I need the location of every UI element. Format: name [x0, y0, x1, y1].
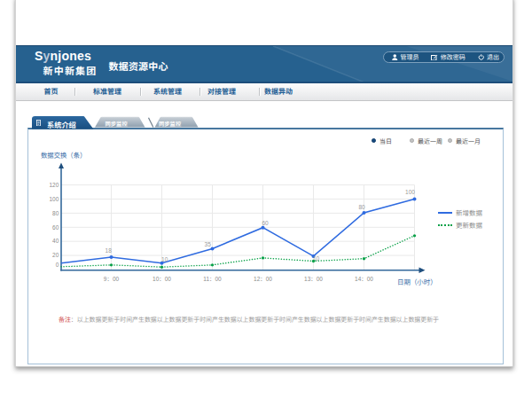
app-header: Synjones 新中新集团 数据资源中心 管理员 修改密码 退出 [16, 45, 513, 84]
user-icon [392, 54, 398, 61]
change-password-button[interactable]: 修改密码 [431, 52, 466, 61]
logout-label: 退出 [487, 52, 499, 61]
nav-separator [74, 88, 75, 96]
chart-y-axis-title: 数据交换（条） [41, 150, 86, 160]
logo-letters-rest: njones [51, 49, 91, 63]
legend-line-sample-dotted [438, 224, 452, 226]
logo-letter-s: S [35, 49, 43, 63]
logout-button[interactable]: 退出 [478, 52, 500, 61]
logo-wordmark: Synjones [35, 51, 98, 62]
nav-item-standard-mgmt[interactable]: 标准管理 [93, 86, 121, 96]
nav-separator [140, 88, 141, 96]
tab-system-intro[interactable]: 系统介绍 [47, 119, 76, 129]
tab-sync-monitor-2[interactable]: 同步监控 [159, 120, 181, 128]
current-user-label: 管理员 [401, 52, 419, 61]
legend-item-new-data[interactable]: 新增数据 [438, 207, 482, 219]
logo-stylized-y: y [43, 49, 51, 63]
user-icon-part [392, 58, 397, 60]
user-menu: 管理员 修改密码 退出 [383, 51, 505, 64]
nav-separator [259, 88, 260, 96]
legend-item-updated-data[interactable]: 更新数据 [438, 219, 482, 231]
edit-icon [431, 54, 438, 61]
radio-dot [448, 138, 453, 144]
nav-item-data-change[interactable]: 数据异动 [264, 86, 293, 96]
main-nav: 首页 标准管理 系统管理 对接管理 数据异动 [16, 83, 513, 101]
footnote-prefix: 备注 [59, 315, 71, 324]
power-icon [478, 54, 485, 61]
nav-item-home[interactable]: 首页 [44, 86, 59, 96]
user-icon-part [393, 54, 396, 58]
nav-separator [200, 88, 200, 96]
radio-last-month[interactable]: 最近一月 [448, 137, 481, 145]
page-title: 数据资源中心 [109, 59, 168, 73]
nav-item-system-mgmt[interactable]: 系统管理 [153, 86, 182, 96]
radio-dot [372, 138, 377, 144]
legend-label: 更新数据 [456, 220, 482, 230]
radio-label: 当日 [379, 137, 392, 145]
content-panel [27, 128, 505, 364]
chart-legend: 新增数据 更新数据 [438, 207, 482, 231]
footnote-text: ：以上数据更新于时间产生数据以上数据更新于时间产生数据以上数据更新于时间产生数据… [70, 315, 438, 324]
document-icon [36, 120, 41, 127]
legend-label: 新增数据 [456, 207, 482, 217]
logo-company-name: 新中新集团 [43, 66, 98, 75]
radio-dot [410, 138, 415, 144]
nav-item-interface-mgmt[interactable]: 对接管理 [207, 86, 236, 96]
page-card: Synjones 新中新集团 数据资源中心 管理员 修改密码 退出 首页 标准管… [15, 0, 514, 367]
radio-today[interactable]: 当日 [372, 137, 393, 145]
footnote: 备注：以上数据更新于时间产生数据以上数据更新于时间产生数据以上数据更新于时间产生… [59, 315, 439, 324]
chart-x-axis-title: 日期（小时） [397, 277, 437, 286]
logo: Synjones 新中新集团 [35, 51, 98, 76]
legend-line-sample-solid [438, 212, 452, 214]
stage: { "app": { "logo_primary": "Synjones", "… [0, 0, 532, 399]
change-password-label: 修改密码 [441, 52, 466, 61]
radio-last-week[interactable]: 最近一周 [410, 137, 443, 145]
current-user[interactable]: 管理员 [392, 52, 419, 61]
radio-label: 最近一周 [418, 137, 442, 145]
radio-label: 最近一月 [456, 137, 481, 145]
tab-sync-monitor-1[interactable]: 同步监控 [106, 120, 128, 128]
